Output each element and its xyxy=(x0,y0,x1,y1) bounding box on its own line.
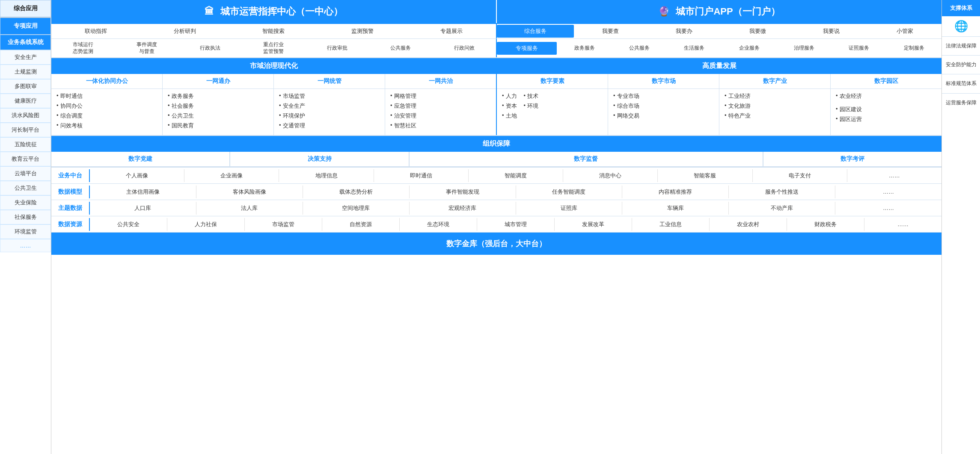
layer-电子支付[interactable]: 电子支付 xyxy=(753,169,847,182)
nav2-生活服务[interactable]: 生活服务 xyxy=(667,42,722,54)
layer-服务个性推送[interactable]: 服务个性推送 xyxy=(729,186,835,198)
layer-客体风险画像[interactable]: 客体风险画像 xyxy=(196,186,303,198)
nav2-治理服务[interactable]: 治理服务 xyxy=(777,42,832,54)
nav-监测预警[interactable]: 监测预警 xyxy=(318,24,407,38)
layer-公共安全[interactable]: 公共安全 xyxy=(90,218,167,231)
nav2-证照服务[interactable]: 证照服务 xyxy=(832,42,886,54)
nav-联动指挥[interactable]: 联动指挥 xyxy=(51,24,140,38)
layer-发展改革[interactable]: 发展改革 xyxy=(555,218,632,231)
org-数字监督[interactable]: 数字监督 xyxy=(409,152,763,166)
sub-一网共治[interactable]: 一网共治 xyxy=(385,74,496,88)
nav2-专项服务[interactable]: 专项服务 xyxy=(497,42,557,55)
content-col-办公: •即时通信 •协同办公 •综合调度 •问效考核 xyxy=(51,89,163,135)
sidebar-item-社保服务[interactable]: 社保服务 xyxy=(0,210,51,224)
layer-地理信息[interactable]: 地理信息 xyxy=(279,169,374,182)
nav-分析研判[interactable]: 分析研判 xyxy=(140,24,229,38)
layer-内容精准推荐[interactable]: 内容精准推荐 xyxy=(622,186,729,198)
sidebar-item-云墙平台[interactable]: 云墙平台 xyxy=(0,166,51,181)
layer-城市管理[interactable]: 城市管理 xyxy=(477,218,555,231)
layer-载体态势分析[interactable]: 载体态势分析 xyxy=(303,186,410,198)
nav2-政务服务[interactable]: 政务服务 xyxy=(557,42,612,54)
section-高质量发展: 高质量发展 xyxy=(497,58,941,74)
sidebar-item-安全生产[interactable]: 安全生产 xyxy=(0,50,51,65)
layer-source-more: …… xyxy=(864,218,941,230)
support-法律法规保障: 法律法规保障 xyxy=(942,36,980,55)
layer-财政税务[interactable]: 财政税务 xyxy=(787,218,864,231)
layer-企业画像[interactable]: 企业画像 xyxy=(184,169,279,182)
layer-事件智能发现[interactable]: 事件智能发现 xyxy=(410,186,516,198)
nav-专题展示[interactable]: 专题展示 xyxy=(407,24,496,38)
sidebar-item-健康医疗[interactable]: 健康医疗 xyxy=(0,94,51,108)
nav2-行政问效[interactable]: 行政问效 xyxy=(433,42,496,54)
layer-任务智能调度[interactable]: 任务智能调度 xyxy=(516,186,623,198)
support-top-label: 支撑体系 xyxy=(942,0,980,16)
layer-工业信息[interactable]: 工业信息 xyxy=(632,218,710,231)
layer-自然资源[interactable]: 自然资源 xyxy=(322,218,400,231)
sub-数字产业[interactable]: 数字产业 xyxy=(719,74,831,88)
layer-市场监管[interactable]: 市场监管 xyxy=(245,218,322,231)
layer-宏观经济库[interactable]: 宏观经济库 xyxy=(410,202,516,215)
layer-主体信用画像[interactable]: 主体信用画像 xyxy=(90,186,196,198)
sub-数字要素[interactable]: 数字要素 xyxy=(497,74,608,88)
sidebar-item-失业保险[interactable]: 失业保险 xyxy=(0,195,51,210)
nav2-事件调度与督查[interactable]: 事件调度 与督查 xyxy=(115,39,178,57)
nav2-企业服务[interactable]: 企业服务 xyxy=(722,42,777,54)
nav2-市域运行态势监测[interactable]: 市域运行 态势监测 xyxy=(51,39,115,57)
nav-我要说[interactable]: 我要说 xyxy=(794,24,868,38)
nav-我要办[interactable]: 我要办 xyxy=(647,24,721,38)
layer-业务中台-label: 业务中台 xyxy=(51,169,90,182)
nav-我要缴[interactable]: 我要缴 xyxy=(721,24,794,38)
nav-小管家[interactable]: 小管家 xyxy=(868,24,941,38)
layer-生态环境[interactable]: 生态环境 xyxy=(400,218,477,231)
sidebar-item-河长制平台[interactable]: 河长制平台 xyxy=(0,123,51,137)
综合应用-btn[interactable]: 综合应用 xyxy=(0,0,51,17)
sidebar-item-环境监管[interactable]: 环境监管 xyxy=(0,224,51,239)
sidebar-item-more[interactable]: …… xyxy=(0,239,51,252)
sidebar-item-公共卫生[interactable]: 公共卫生 xyxy=(0,181,51,195)
layer-法人库[interactable]: 法人库 xyxy=(196,202,303,215)
layer-theme-more: …… xyxy=(835,202,941,214)
layer-车辆库[interactable]: 车辆库 xyxy=(622,202,729,215)
layer-主题数据-label: 主题数据 xyxy=(51,202,90,215)
content-col-园区: •农业经济 •园区建设 •园区运营 xyxy=(831,89,941,135)
sub-一网通办[interactable]: 一网通办 xyxy=(163,74,274,88)
section-市域治理现代化: 市域治理现代化 xyxy=(51,58,496,74)
nav2-公共服务[interactable]: 公共服务 xyxy=(369,42,432,54)
content-col-统管: •市场监管 •安全生产 •环境保护 •交通管理 xyxy=(274,89,385,135)
nav-我要查[interactable]: 我要查 xyxy=(574,24,647,38)
org-数字党建[interactable]: 数字党建 xyxy=(51,152,230,166)
header-right-icon: 🔮 xyxy=(658,6,670,17)
sub-数字园区[interactable]: 数字园区 xyxy=(831,74,941,88)
nav2-行政审批[interactable]: 行政审批 xyxy=(306,42,369,54)
org-决策支持[interactable]: 决策支持 xyxy=(230,152,409,166)
sub-一网统管[interactable]: 一网统管 xyxy=(274,74,385,88)
sub-数字市场[interactable]: 数字市场 xyxy=(608,74,719,88)
sidebar-item-教育云平台[interactable]: 教育云平台 xyxy=(0,152,51,166)
globe-icon: 🌐 xyxy=(954,16,968,36)
org-数字考评[interactable]: 数字考评 xyxy=(763,152,941,166)
nav-综合服务[interactable]: 综合服务 xyxy=(497,25,574,38)
layer-智能客服[interactable]: 智能客服 xyxy=(658,169,752,182)
layer-消息中心[interactable]: 消息中心 xyxy=(563,169,658,182)
nav2-行政执法[interactable]: 行政执法 xyxy=(178,42,242,54)
bottom-bar: 数字金库（强后台，大中台） xyxy=(51,233,941,255)
nav2-重点行业监管预警[interactable]: 重点行业 监管预警 xyxy=(242,39,305,57)
sidebar-item-土规监测[interactable]: 土规监测 xyxy=(0,65,51,79)
layer-智能调度[interactable]: 智能调度 xyxy=(469,169,563,182)
layer-不动产库[interactable]: 不动产库 xyxy=(729,202,835,215)
sidebar-item-多图联审[interactable]: 多图联审 xyxy=(0,79,51,94)
专项应用-btn[interactable]: 专项应用 xyxy=(0,18,51,35)
sub-一体化协同办公[interactable]: 一体化协同办公 xyxy=(51,74,163,88)
nav-智能搜索[interactable]: 智能搜索 xyxy=(229,24,318,38)
layer-农业农村[interactable]: 农业农村 xyxy=(710,218,787,231)
nav2-公共服务[interactable]: 公共服务 xyxy=(612,42,667,54)
sidebar-item-洪水风险图[interactable]: 洪水风险图 xyxy=(0,108,51,123)
layer-即时通信[interactable]: 即时通信 xyxy=(374,169,469,182)
layer-个人画像[interactable]: 个人画像 xyxy=(90,169,184,182)
nav2-定制服务[interactable]: 定制服务 xyxy=(887,42,941,54)
layer-人口库[interactable]: 人口库 xyxy=(90,202,196,215)
layer-人力社保[interactable]: 人力社保 xyxy=(167,218,245,231)
layer-空间地理库[interactable]: 空间地理库 xyxy=(303,202,410,215)
sidebar-item-五险统征[interactable]: 五险统征 xyxy=(0,137,51,152)
layer-证照库[interactable]: 证照库 xyxy=(516,202,623,215)
